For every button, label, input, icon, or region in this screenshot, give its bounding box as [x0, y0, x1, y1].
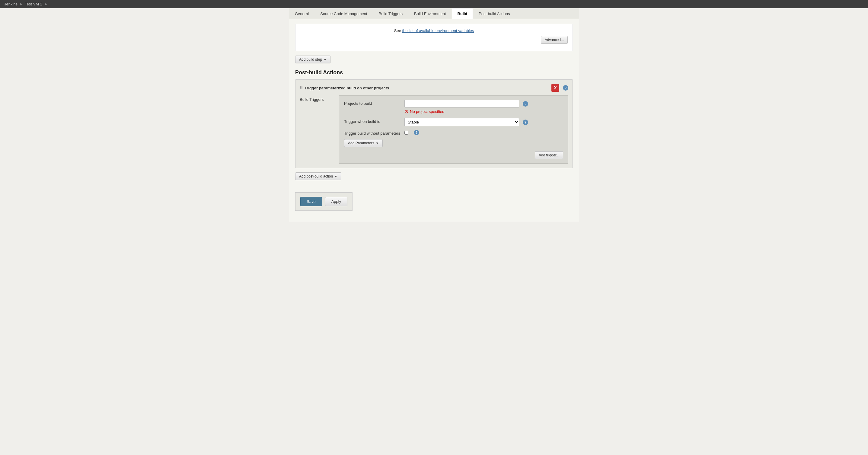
breadcrumb-sep-2: ▶: [45, 2, 47, 6]
tab-source-code[interactable]: Source Code Management: [314, 8, 373, 19]
tab-post-build-actions[interactable]: Post-build Actions: [473, 8, 516, 19]
no-project-error: ⊘ No project specified: [404, 109, 563, 115]
add-trigger-button[interactable]: Add trigger...: [535, 151, 563, 159]
trigger-panel-close-button[interactable]: X: [551, 84, 559, 92]
add-post-build-action-button[interactable]: Add post-build action ▼: [295, 173, 341, 180]
tab-build-triggers[interactable]: Build Triggers: [373, 8, 408, 19]
trigger-when-help-icon[interactable]: ?: [523, 120, 528, 125]
projects-to-build-row: Projects to build ? ⊘ No project specifi…: [344, 100, 563, 115]
tab-general[interactable]: General: [289, 8, 314, 19]
trigger-when-label: Trigger when build is: [344, 118, 404, 124]
error-circle-icon: ⊘: [404, 109, 408, 115]
env-notice-text: See: [394, 28, 402, 33]
add-build-step-button[interactable]: Add build step ▼: [295, 56, 331, 63]
add-parameters-chevron: ▼: [376, 142, 379, 145]
trigger-when-select[interactable]: Stable Unstable Failed Always: [404, 118, 519, 126]
breadcrumb-sep-1: ▶: [20, 2, 22, 6]
save-button[interactable]: Save: [300, 197, 322, 206]
trigger-without-params-help-icon[interactable]: ?: [414, 130, 419, 135]
env-variables-link[interactable]: the list of available environment variab…: [402, 28, 474, 33]
tab-build[interactable]: Build: [452, 8, 473, 19]
add-build-step-chevron: ▼: [323, 58, 327, 61]
build-triggers-label: Build Triggers: [300, 97, 323, 102]
breadcrumb-jenkins[interactable]: Jenkins: [4, 2, 18, 6]
projects-to-build-input[interactable]: [404, 100, 519, 108]
trigger-without-params-checkbox[interactable]: [404, 131, 408, 135]
trigger-when-row: Trigger when build is Stable Unstable Fa…: [344, 118, 563, 126]
trigger-panel-title: Trigger parameterized build on other pro…: [305, 86, 389, 90]
env-notice: See the list of available environment va…: [295, 24, 573, 51]
tab-build-environment[interactable]: Build Environment: [408, 8, 452, 19]
projects-help-icon[interactable]: ?: [523, 101, 528, 107]
breadcrumb: Jenkins ▶ Test VM 2 ▶: [0, 0, 868, 8]
add-parameters-button[interactable]: Add Parameters ▼: [344, 139, 383, 147]
trigger-without-params-label: Trigger build without parameters: [344, 130, 404, 135]
post-build-section-title: Post-build Actions: [295, 69, 573, 76]
action-bar: Save Apply: [295, 192, 352, 211]
apply-button[interactable]: Apply: [325, 197, 348, 206]
add-post-build-chevron: ▼: [334, 175, 337, 178]
drag-handle[interactable]: ⠿: [300, 86, 303, 90]
content-area: See the list of available environment va…: [289, 19, 579, 222]
trigger-panel: ⠿ Trigger parameterized build on other p…: [295, 80, 573, 168]
advanced-button[interactable]: Advanced...: [541, 36, 568, 44]
trigger-without-params-row: Trigger build without parameters ?: [344, 130, 563, 135]
projects-to-build-label: Projects to build: [344, 100, 404, 106]
tab-bar: General Source Code Management Build Tri…: [289, 8, 579, 19]
breadcrumb-test-vm[interactable]: Test VM 2: [25, 2, 42, 6]
trigger-panel-help-icon[interactable]: ?: [563, 85, 568, 91]
